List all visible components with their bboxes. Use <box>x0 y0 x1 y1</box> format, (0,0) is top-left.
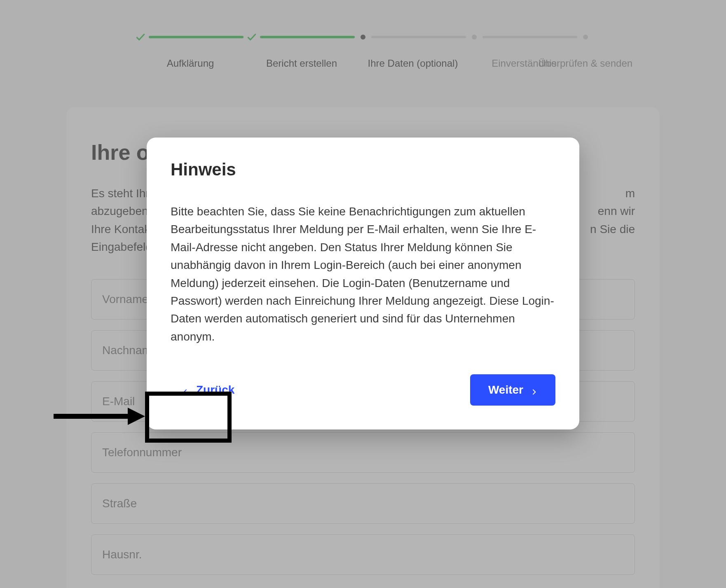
modal-title: Hinweis <box>171 160 555 180</box>
chevron-right-icon <box>531 387 537 393</box>
back-button-label: Zurück <box>196 383 234 397</box>
page-root: Aufklärung Bericht erstellen Ihre Daten … <box>0 0 726 588</box>
modal-actions: Zurück Weiter <box>171 374 555 406</box>
modal-body: Bitte beachten Sie, dass Sie keine Benac… <box>171 203 555 345</box>
chevron-left-icon <box>182 387 189 393</box>
next-button-label: Weiter <box>488 383 523 397</box>
notice-modal: Hinweis Bitte beachten Sie, dass Sie kei… <box>147 138 579 429</box>
back-button[interactable]: Zurück <box>171 374 246 406</box>
next-button[interactable]: Weiter <box>470 374 555 406</box>
modal-overlay: Hinweis Bitte beachten Sie, dass Sie kei… <box>0 0 726 588</box>
